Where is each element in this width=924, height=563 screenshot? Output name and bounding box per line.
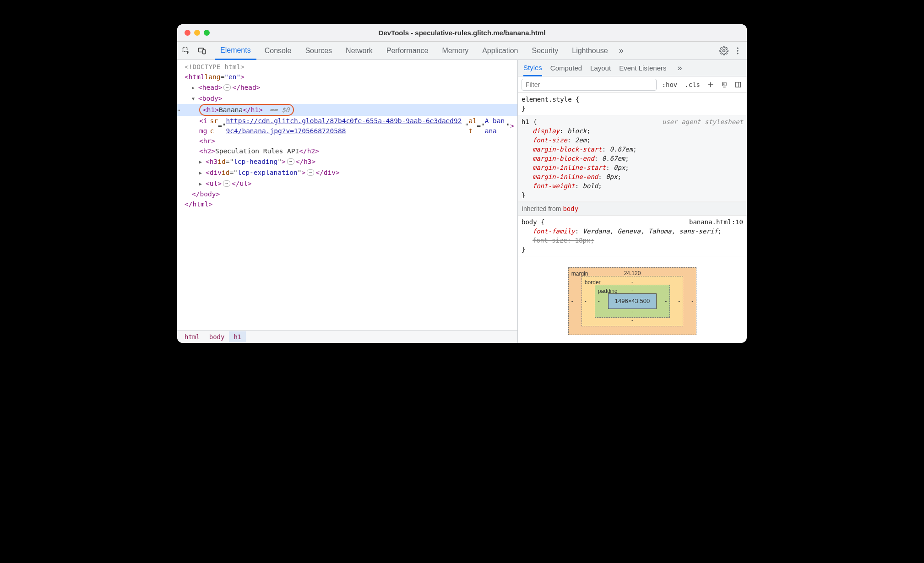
- box-model-diagram[interactable]: margin 24.120 - - border - - - padding: [518, 256, 747, 335]
- inspect-element-icon[interactable]: [181, 45, 192, 56]
- titlebar: DevTools - speculative-rules.glitch.me/b…: [177, 24, 747, 42]
- tab-network[interactable]: Network: [340, 42, 378, 60]
- tab-elements[interactable]: Elements: [215, 42, 256, 60]
- svg-rect-2: [203, 49, 206, 54]
- styles-toolbar: :hov .cls: [518, 76, 747, 93]
- annotation-circle: <h1>Banana</h1> == $0: [199, 104, 294, 116]
- inherited-from-bar: Inherited frombody: [518, 202, 747, 216]
- dom-breadcrumb: html body h1: [177, 330, 517, 343]
- ellipsis-icon[interactable]: ⋯: [223, 84, 231, 91]
- crumb-html[interactable]: html: [180, 331, 205, 342]
- dom-tree[interactable]: <!DOCTYPE html> <html lang="en"> <head>⋯…: [177, 60, 517, 330]
- styles-tab-computed[interactable]: Computed: [550, 60, 582, 76]
- rule-h1[interactable]: user agent stylesheet h1 { display: bloc…: [518, 115, 747, 202]
- dom-body-open[interactable]: <body>: [185, 93, 517, 104]
- styles-tab-layout[interactable]: Layout: [590, 60, 611, 76]
- bm-border-right[interactable]: -: [678, 297, 680, 306]
- main-tabs: Elements Console Sources Network Perform…: [177, 42, 747, 60]
- bm-content-size[interactable]: 1496×43.500: [608, 293, 657, 309]
- dom-img[interactable]: <img src="https://cdn.glitch.global/87b4…: [185, 116, 514, 136]
- tab-lighthouse[interactable]: Lighthouse: [566, 42, 613, 60]
- maximize-window-button[interactable]: [204, 30, 210, 36]
- styles-panel: Styles Computed Layout Event Listeners »…: [518, 60, 747, 343]
- window-title: DevTools - speculative-rules.glitch.me/b…: [177, 29, 747, 37]
- styles-filter-input[interactable]: [522, 79, 657, 91]
- expand-arrow-icon[interactable]: [199, 178, 205, 189]
- bm-padding-right[interactable]: -: [665, 297, 667, 306]
- bm-padding-bottom[interactable]: -: [595, 307, 669, 316]
- styles-tab-styles[interactable]: Styles: [523, 60, 542, 76]
- img-src-url[interactable]: https://cdn.glitch.global/87b4c0fe-655a-…: [226, 116, 464, 136]
- bm-margin-right[interactable]: -: [691, 297, 693, 306]
- dom-html-open[interactable]: <html lang="en">: [185, 72, 517, 82]
- new-style-rule-icon[interactable]: [706, 80, 716, 90]
- tab-memory[interactable]: Memory: [436, 42, 474, 60]
- rule-source-ua: user agent stylesheet: [662, 117, 743, 126]
- crumb-h1[interactable]: h1: [229, 331, 246, 342]
- expand-arrow-icon[interactable]: [192, 82, 197, 93]
- dom-div[interactable]: <div id="lcp-explanation">⋯</div>: [185, 167, 517, 178]
- device-toolbar-icon[interactable]: [196, 45, 207, 56]
- bm-padding-left[interactable]: -: [598, 297, 600, 306]
- cls-toggle[interactable]: .cls: [683, 81, 702, 88]
- styles-body[interactable]: element.style { } user agent stylesheet …: [518, 93, 747, 343]
- collapse-arrow-icon[interactable]: [192, 93, 197, 104]
- rule-source-link[interactable]: banana.html:10: [689, 217, 743, 227]
- styles-tabs: Styles Computed Layout Event Listeners »: [518, 60, 747, 76]
- close-window-button[interactable]: [185, 30, 190, 36]
- devtools-window: DevTools - speculative-rules.glitch.me/b…: [177, 24, 747, 343]
- more-options-icon[interactable]: [732, 45, 743, 56]
- dom-panel: <!DOCTYPE html> <html lang="en"> <head>⋯…: [177, 60, 518, 343]
- ellipsis-icon[interactable]: ⋯: [307, 169, 314, 176]
- hov-toggle[interactable]: :hov: [660, 81, 679, 88]
- dom-doctype[interactable]: <!DOCTYPE html>: [185, 62, 517, 72]
- svg-point-6: [737, 53, 738, 54]
- svg-rect-8: [736, 82, 741, 87]
- settings-gear-icon[interactable]: [718, 45, 729, 56]
- crumb-body[interactable]: body: [205, 331, 229, 342]
- svg-point-3: [723, 49, 725, 52]
- computed-sidebar-icon[interactable]: [733, 80, 743, 90]
- tab-security[interactable]: Security: [526, 42, 564, 60]
- tabs-overflow-icon[interactable]: »: [616, 46, 626, 55]
- bm-margin-left[interactable]: -: [571, 297, 573, 306]
- styles-tabs-overflow-icon[interactable]: »: [675, 63, 685, 73]
- svg-point-5: [737, 50, 738, 51]
- dom-head[interactable]: <head>⋯</head>: [185, 82, 517, 93]
- svg-point-4: [737, 47, 738, 49]
- dom-selected-row[interactable]: ⋯ <h1>Banana</h1> == $0: [177, 104, 517, 116]
- ellipsis-icon[interactable]: ⋯: [223, 180, 230, 187]
- bm-padding-top[interactable]: -: [595, 286, 669, 295]
- dom-body-close[interactable]: </body>: [185, 189, 517, 199]
- dom-ul[interactable]: <ul>⋯</ul>: [185, 178, 517, 189]
- dom-hr[interactable]: <hr>: [185, 136, 517, 146]
- expand-arrow-icon[interactable]: [199, 156, 205, 167]
- console-reference-marker: == $0: [270, 106, 290, 114]
- minimize-window-button[interactable]: [194, 30, 200, 36]
- dom-h3[interactable]: <h3 id="lcp-heading">⋯</h3>: [185, 156, 517, 167]
- tab-performance[interactable]: Performance: [381, 42, 434, 60]
- bm-border-bottom[interactable]: -: [582, 316, 683, 325]
- toggle-render-icon[interactable]: [719, 80, 729, 90]
- dom-h2[interactable]: <h2>Speculation Rules API</h2>: [185, 146, 517, 156]
- tab-application[interactable]: Application: [477, 42, 523, 60]
- tab-sources[interactable]: Sources: [299, 42, 337, 60]
- tab-console[interactable]: Console: [259, 42, 297, 60]
- content-split: <!DOCTYPE html> <html lang="en"> <head>⋯…: [177, 60, 747, 343]
- ellipsis-icon[interactable]: ⋯: [287, 158, 294, 165]
- expand-arrow-icon[interactable]: [199, 167, 205, 178]
- traffic-lights: [185, 30, 210, 36]
- rule-body[interactable]: banana.html:10 body { font-family: Verda…: [518, 216, 747, 256]
- bm-border-left[interactable]: -: [585, 297, 587, 306]
- svg-rect-7: [723, 82, 726, 86]
- rule-element-style[interactable]: element.style { }: [518, 93, 747, 115]
- styles-tab-event-listeners[interactable]: Event Listeners: [619, 60, 666, 76]
- row-actions-icon[interactable]: ⋯: [177, 105, 180, 115]
- dom-html-close[interactable]: </html>: [185, 199, 517, 209]
